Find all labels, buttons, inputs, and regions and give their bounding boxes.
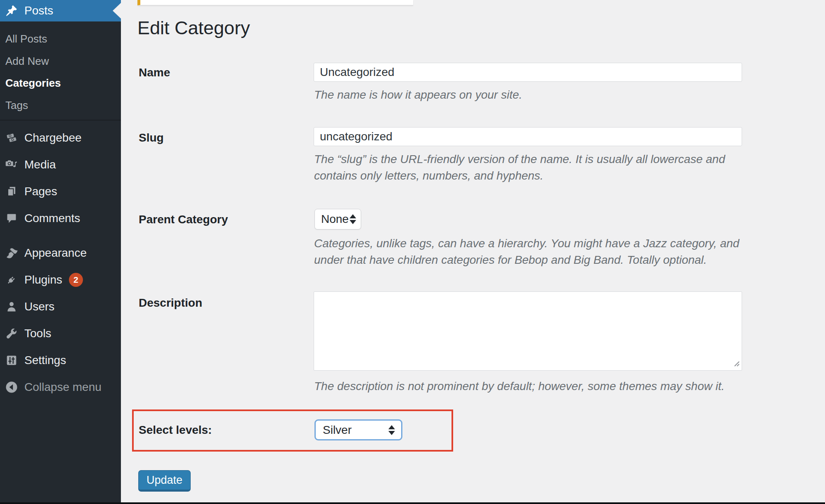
sidebar-item-media[interactable]: Media [0, 151, 121, 178]
description-label: Description [139, 296, 202, 310]
menu-item-label: Plugins [24, 273, 62, 286]
menu-item-label: Tools [24, 327, 51, 340]
select-levels-select[interactable]: Silver [314, 419, 402, 440]
sidebar-item-tools[interactable]: Tools [0, 320, 121, 347]
sidebar-item-posts[interactable]: Posts [0, 0, 121, 21]
sidebar-item-all-posts[interactable]: All Posts [0, 28, 121, 50]
tools-icon [5, 327, 18, 340]
description-field-wrap [314, 291, 742, 371]
collapse-menu-button[interactable]: Collapse menu [0, 374, 121, 400]
appearance-icon [5, 247, 18, 259]
collapse-arrow-icon [5, 381, 18, 393]
slug-label: Slug [139, 131, 164, 145]
chargebee-icon [5, 132, 18, 144]
sidebar-item-users[interactable]: Users [0, 293, 121, 320]
menu-item-label: Settings [24, 354, 66, 367]
sidebar-item-plugins[interactable]: Plugins 2 [0, 266, 121, 293]
menu-item-label: Users [24, 300, 54, 313]
media-icon [5, 159, 18, 171]
sidebar-divider [0, 120, 121, 121]
parent-category-selected-value: None [321, 213, 349, 226]
parent-category-select[interactable]: None [314, 209, 361, 230]
menu-item-label: Chargebee [24, 131, 82, 144]
name-label: Name [139, 66, 170, 80]
menu-item-label: Pages [24, 185, 57, 198]
admin-notice-remnant [137, 0, 413, 5]
admin-sidebar: Posts All Posts Add New Categories Tags … [0, 0, 121, 504]
settings-icon [5, 354, 18, 367]
slug-input[interactable] [314, 127, 742, 146]
page-title: Edit Category [137, 17, 250, 39]
comments-icon [5, 212, 18, 225]
sidebar-item-comments[interactable]: Comments [0, 205, 121, 232]
posts-label: Posts [24, 4, 53, 17]
parent-help-line1: Categories, unlike tags, can have a hier… [314, 237, 739, 250]
update-button[interactable]: Update [138, 470, 191, 492]
pages-icon [5, 185, 18, 198]
sidebar-item-tags[interactable]: Tags [0, 94, 121, 116]
sidebar-item-pages[interactable]: Pages [0, 178, 121, 205]
parent-category-label: Parent Category [139, 213, 228, 227]
select-stepper-icon [350, 214, 356, 224]
description-help-text: The description is not prominent by defa… [314, 379, 724, 393]
select-levels-selected-value: Silver [323, 424, 352, 437]
name-help-text: The name is how it appears on your site. [314, 88, 522, 102]
description-textarea[interactable] [314, 291, 742, 371]
window-bottom-edge [0, 502, 825, 504]
select-stepper-icon [388, 425, 395, 435]
sidebar-item-chargebee[interactable]: Chargebee [0, 124, 121, 151]
plugins-icon [5, 274, 18, 286]
slug-help-line2: contains only letters, numbers, and hyph… [314, 169, 544, 182]
users-icon [5, 301, 18, 313]
sidebar-item-categories[interactable]: Categories [0, 72, 121, 94]
select-levels-label: Select levels: [139, 423, 212, 437]
edit-category-page: Posts All Posts Add New Categories Tags … [0, 0, 825, 504]
menu-item-label: Comments [24, 212, 80, 225]
slug-help-line1: The “slug” is the URL-friendly version o… [314, 152, 725, 166]
sidebar-item-add-new[interactable]: Add New [0, 50, 121, 72]
sidebar-item-appearance[interactable]: Appearance [0, 239, 121, 266]
sidebar-item-settings[interactable]: Settings [0, 347, 121, 374]
collapse-menu-label: Collapse menu [24, 381, 102, 394]
pushpin-icon [5, 5, 18, 17]
parent-help-line2: under that have children categories for … [314, 253, 707, 267]
plugins-update-badge: 2 [69, 273, 83, 287]
active-menu-notch [113, 3, 121, 19]
menu-item-label: Appearance [24, 246, 87, 260]
name-input[interactable] [314, 63, 742, 82]
menu-item-label: Media [24, 158, 56, 171]
